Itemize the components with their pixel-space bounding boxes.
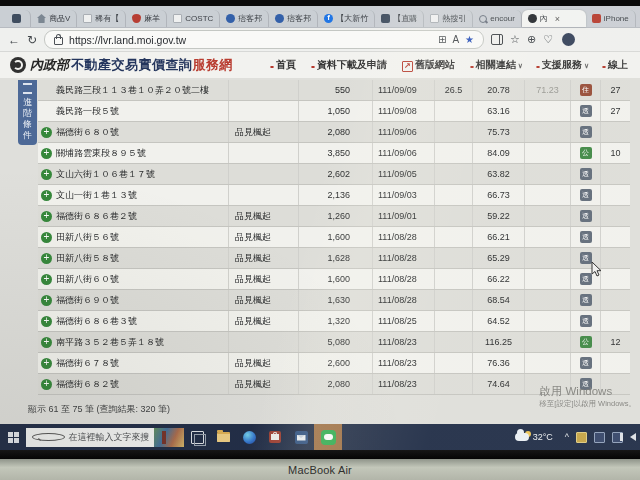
nav-item[interactable]: 支援服務∨ <box>536 58 589 72</box>
table-row[interactable]: + 文山一街１巷１３號 2,136 111/09/03 66.73 透 <box>38 185 630 206</box>
browser-tab-bar: × 商品V × 稀有【 × 麻羊 × COSTC × <box>0 6 640 28</box>
advanced-filter-tab[interactable]: 進 階 條 件 <box>18 80 37 145</box>
expand-plus-icon[interactable]: + <box>41 337 52 348</box>
browser-tab[interactable]: iPhone × <box>586 10 636 27</box>
expand-plus-icon[interactable]: + <box>41 295 52 306</box>
building-type-icon: 透 <box>580 357 592 369</box>
browser-essentials-icon[interactable]: ♡ <box>543 33 553 46</box>
tray-volume-icon[interactable] <box>630 433 636 441</box>
table-row[interactable]: + 文山六街１０６巷１７號 2,602 111/09/05 63.82 透 <box>38 164 630 185</box>
table-row[interactable]: + 關埔路雲東段８９５號 3,850 111/09/06 84.09 公 10 <box>38 143 630 164</box>
external-link-icon <box>536 66 540 68</box>
tray-shield-icon[interactable] <box>576 432 587 443</box>
edge-button[interactable] <box>236 424 262 450</box>
taskbar-weather-widget[interactable]: 32°C <box>515 432 553 442</box>
expand-plus-icon[interactable]: + <box>41 127 52 138</box>
browser-tab[interactable]: 痞客邦 × <box>269 10 318 27</box>
expand-plus-icon[interactable]: + <box>41 358 52 369</box>
task-view-button[interactable] <box>184 424 210 450</box>
expand-plus-icon[interactable]: + <box>41 211 52 222</box>
community-cell: 品見楓起 <box>228 227 298 247</box>
table-row[interactable]: + 福德街６８６巷２號 品見楓起 1,260 111/09/01 59.22 透 <box>38 206 630 227</box>
unit-price-cell <box>434 227 472 247</box>
total-price-cell: 1,320 <box>298 311 354 331</box>
tray-ime-icon[interactable] <box>594 432 605 443</box>
area-cell: 65.29 <box>472 248 524 268</box>
expand-plus-icon[interactable]: + <box>41 190 52 201</box>
browser-tab[interactable]: encour × <box>473 10 521 27</box>
transaction-date-cell: 111/08/28 <box>372 248 434 268</box>
line-app-button[interactable] <box>314 424 342 450</box>
browser-tab[interactable]: 稀有【 × <box>77 10 126 27</box>
building-type-icon: 透 <box>580 294 592 306</box>
expand-plus-icon[interactable]: + <box>41 253 52 264</box>
read-aloud-icon[interactable]: A <box>452 34 459 45</box>
store-bag-icon <box>269 431 281 443</box>
start-button[interactable] <box>0 432 26 443</box>
chevron-down-icon: ∨ <box>584 62 589 69</box>
nav-item[interactable]: 首頁 <box>270 58 298 72</box>
total-price-cell: 2,136 <box>298 185 354 205</box>
collections-icon[interactable]: ⊕ <box>527 33 536 46</box>
nav-item[interactable]: ↗舊版網站 <box>402 58 457 72</box>
expand-plus-icon[interactable]: + <box>41 316 52 327</box>
community-cell <box>228 80 298 100</box>
nav-item[interactable]: 相關連結∨ <box>470 58 523 72</box>
browser-tab[interactable]: 痞客邦 × <box>220 10 269 27</box>
table-row[interactable]: + 福德街６８０號 品見楓起 2,080 111/09/06 75.73 透 <box>38 122 630 143</box>
url-text[interactable]: https://lvr.land.moi.gov.tw <box>69 34 432 46</box>
favorites-icon[interactable]: ☆ <box>510 33 520 46</box>
refresh-button[interactable]: ↻ <box>27 34 37 46</box>
folder-icon <box>217 432 230 442</box>
area2-cell: 71.23 <box>524 80 570 100</box>
browser-tab[interactable]: 商品V × <box>31 10 77 27</box>
results-summary: 顯示 61 至 75 筆 (查詢結果: 320 筆) <box>28 403 170 416</box>
browser-tab[interactable]: 熱搜引 × <box>424 10 473 27</box>
table-row[interactable]: + 田新八街６０號 品見楓起 1,600 111/08/28 66.22 透 <box>38 269 630 290</box>
unit-price-cell <box>434 206 472 226</box>
table-row[interactable]: + 義民路一段５號 1,050 111/09/08 63.16 透 27 <box>38 101 630 122</box>
address-cell: 福德街６７８號 <box>56 357 119 370</box>
area-cell: 59.22 <box>472 206 524 226</box>
area-cell: 116.25 <box>472 332 524 352</box>
browser-tab[interactable]: 【直購 × <box>375 10 424 27</box>
taskbar-search-box[interactable]: 在這裡輸入文字來搜 <box>26 428 184 447</box>
browser-tab[interactable]: × <box>6 10 31 27</box>
table-row[interactable]: + 田新八街５６號 品見楓起 1,600 111/08/28 66.21 透 <box>38 227 630 248</box>
search-highlight-image[interactable] <box>154 428 185 447</box>
table-row[interactable]: + 福德街６９０號 品見楓起 1,630 111/08/28 68.54 透 <box>38 290 630 311</box>
area2-cell <box>524 206 570 226</box>
file-explorer-button[interactable] <box>210 424 236 450</box>
browser-tab[interactable]: COSTC × <box>167 10 220 27</box>
tray-expand-icon[interactable]: ^ <box>565 432 569 442</box>
expand-plus-icon[interactable]: + <box>41 274 52 285</box>
browser-tab[interactable]: 內 × <box>522 10 586 27</box>
back-button[interactable]: ← <box>8 34 20 46</box>
page-content: 進 階 條 件 + 義民路三段１１３巷１０弄２０號二樓 550 111/09/0… <box>0 78 640 424</box>
area2-cell <box>524 227 570 247</box>
nav-item[interactable]: 資料下載及申請 <box>311 58 389 72</box>
mail-button[interactable] <box>288 424 314 450</box>
ms-store-button[interactable] <box>262 424 288 450</box>
table-row[interactable]: + 福德街６８６巷３號 品見楓起 1,320 111/08/25 64.52 透 <box>38 311 630 332</box>
nav-item[interactable]: 線上 <box>602 58 630 72</box>
table-row[interactable]: + 福德街６７８號 品見楓起 2,600 111/08/23 76.36 透 <box>38 353 630 374</box>
table-row[interactable]: + 田新八街５８號 品見楓起 1,628 111/08/28 65.29 透 <box>38 248 630 269</box>
table-row[interactable]: + 南平路３５２巷５弄１８號 5,080 111/08/23 116.25 公 … <box>38 332 630 353</box>
moi-logo-icon <box>10 57 26 73</box>
table-row[interactable]: + 義民路三段１１３巷１０弄２０號二樓 550 111/09/09 26.5 2… <box>38 80 630 101</box>
sidebar-panel-icon[interactable] <box>491 34 503 45</box>
split-screen-icon[interactable]: ⊞ <box>438 34 446 45</box>
browser-tab[interactable]: 麻羊 × <box>126 10 167 27</box>
favorite-star-icon[interactable]: ★ <box>465 34 474 45</box>
transaction-date-cell: 111/09/09 <box>372 80 434 100</box>
browser-tab[interactable]: 【大新竹 × <box>318 10 375 27</box>
expand-plus-icon[interactable]: + <box>41 379 52 390</box>
address-bar[interactable]: https://lvr.land.moi.gov.tw ⊞ A ★ <box>44 30 484 49</box>
tab-favicon-icon <box>528 14 537 23</box>
expand-plus-icon[interactable]: + <box>41 148 52 159</box>
expand-plus-icon[interactable]: + <box>41 232 52 243</box>
tab-close-icon[interactable]: × <box>555 14 560 24</box>
expand-plus-icon[interactable]: + <box>41 169 52 180</box>
profile-avatar[interactable] <box>562 33 575 46</box>
